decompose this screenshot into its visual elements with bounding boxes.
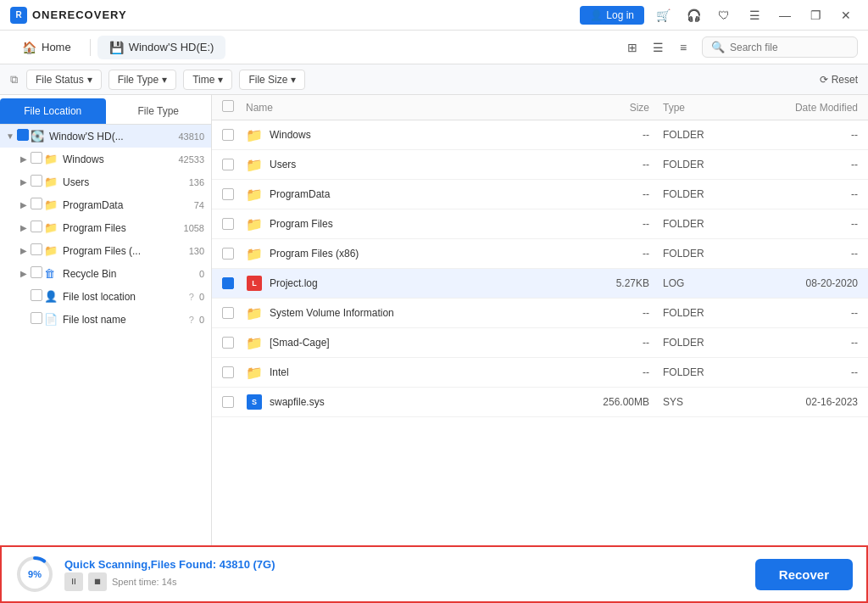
row-checkbox[interactable] [222, 129, 246, 141]
headset-icon[interactable]: 🎧 [682, 3, 705, 27]
row-checkbox[interactable] [222, 159, 246, 170]
time-filter[interactable]: Time ▾ [183, 70, 232, 90]
row-checkbox[interactable] [222, 188, 246, 200]
cart-icon[interactable]: 🛒 [651, 3, 675, 27]
recover-button[interactable]: Recover [755, 559, 853, 590]
row-size: -- [578, 337, 663, 349]
row-name: S swapfile.sys [246, 394, 578, 410]
drive-tab[interactable]: 💾 Window'S HD(E:) [97, 36, 226, 59]
restore-button[interactable]: ❐ [804, 3, 827, 27]
grid-view-button[interactable]: ⊞ [620, 36, 644, 59]
detail-view-button[interactable]: ≡ [671, 36, 695, 59]
filterbar-left: ⧉ File Status ▾ File Type ▾ Time ▾ File … [10, 70, 309, 90]
sidebar-item-programfiles[interactable]: ▶ 📁 Program Files 1058 [0, 216, 211, 239]
row-checkbox[interactable] [222, 248, 246, 260]
expand-arrow-icon: ▶ [17, 154, 31, 164]
folder-icon: 📁 [44, 153, 59, 165]
view-icons: ⊞ ☰ ≡ [620, 36, 695, 59]
row-checkbox[interactable] [222, 396, 246, 408]
sidebar-item-count: 0 [199, 315, 204, 325]
row-checkbox[interactable] [222, 337, 246, 349]
login-button[interactable]: 👤 Log in [580, 6, 644, 25]
sys-file-icon: S [246, 394, 263, 410]
reset-button[interactable]: ⟳ Reset [820, 74, 858, 86]
sidebar-checkbox[interactable] [17, 129, 31, 143]
sidebar-tab-type[interactable]: File Type [106, 98, 212, 124]
row-checkbox[interactable] [222, 277, 246, 289]
chevron-down-icon: ▾ [291, 74, 296, 86]
row-date: -- [748, 337, 858, 349]
sidebar-item-file-lost-location[interactable]: 👤 File lost location ? 0 [0, 285, 211, 308]
sidebar-checkbox[interactable] [31, 289, 44, 304]
navbar-right: ⊞ ☰ ≡ 🔍 [620, 36, 858, 59]
row-checkbox[interactable] [222, 366, 246, 378]
shield-icon[interactable]: 🛡 [712, 3, 736, 27]
sidebar-item-programdata[interactable]: ▶ 📁 ProgramData 74 [0, 193, 211, 216]
table-row[interactable]: 📁 Program Files (x86) -- FOLDER -- [212, 239, 868, 269]
sidebar-checkbox[interactable] [31, 221, 44, 235]
drive-label: Window'S HD(E:) [129, 41, 214, 53]
statusbar-left: 9% Quick Scanning,Files Found: 43810 (7G… [15, 555, 275, 594]
sidebar: File Location File Type ▼ 💽 Window'S HD(… [0, 95, 212, 545]
chevron-down-icon: ▾ [218, 74, 223, 86]
file-type-filter[interactable]: File Type ▾ [108, 70, 176, 90]
drive-icon: 💾 [109, 41, 124, 54]
expand-arrow-icon: ▶ [17, 177, 31, 187]
progress-label: 9% [28, 569, 42, 579]
sidebar-item-count: 1058 [184, 223, 204, 233]
filter-icon: ⧉ [10, 73, 18, 87]
table-row[interactable]: S swapfile.sys 256.00MB SYS 02-16-2023 [212, 388, 868, 417]
titlebar: R ONERECOVERY 👤 Log in 🛒 🎧 🛡 ☰ — ❐ ✕ [0, 0, 868, 31]
home-icon: 🏠 [22, 41, 36, 54]
table-row[interactable]: 📁 [Smad-Cage] -- FOLDER -- [212, 328, 868, 358]
sidebar-item-file-lost-name[interactable]: 📄 File lost name ? 0 [0, 308, 211, 331]
close-button[interactable]: ✕ [834, 3, 858, 27]
pause-button[interactable]: ⏸ [64, 572, 83, 591]
sidebar-tab-location[interactable]: File Location [0, 98, 106, 124]
stop-button[interactable]: ⏹ [88, 572, 107, 591]
home-label: Home [42, 41, 71, 53]
sidebar-checkbox[interactable] [31, 152, 44, 166]
home-tab[interactable]: 🏠 Home [10, 36, 83, 59]
row-checkbox[interactable] [222, 218, 246, 230]
header-name: Name [246, 102, 578, 114]
sidebar-checkbox[interactable] [31, 312, 44, 327]
table-row[interactable]: 📁 Program Files -- FOLDER -- [212, 209, 868, 239]
sidebar-item-programfilesx86[interactable]: ▶ 📁 Program Files (... 130 [0, 239, 211, 262]
minimize-button[interactable]: — [773, 3, 797, 27]
table-row[interactable]: 📁 Intel -- FOLDER -- [212, 358, 868, 388]
row-date: -- [748, 307, 858, 319]
sidebar-checkbox[interactable] [31, 175, 44, 189]
sidebar-checkbox[interactable] [31, 198, 44, 212]
folder-icon: 📁 [246, 215, 263, 232]
table-row[interactable]: 📁 Windows -- FOLDER -- [212, 120, 868, 150]
table-row[interactable]: 📁 Users -- FOLDER -- [212, 150, 868, 180]
list-view-button[interactable]: ☰ [646, 36, 670, 59]
menu-icon[interactable]: ☰ [743, 3, 766, 27]
header-checkbox[interactable] [222, 100, 246, 114]
table-row[interactable]: L Project.log 5.27KB LOG 08-20-2020 [212, 269, 868, 299]
row-checkbox[interactable] [222, 307, 246, 319]
file-size-filter[interactable]: File Size ▾ [239, 70, 305, 90]
sidebar-item-windows[interactable]: ▶ 📁 Windows 42533 [0, 148, 211, 170]
sidebar-item-users[interactable]: ▶ 📁 Users 136 [0, 170, 211, 193]
sidebar-item-hd[interactable]: ▼ 💽 Window'S HD(... 43810 [0, 125, 211, 148]
table-row[interactable]: 📁 ProgramData -- FOLDER -- [212, 180, 868, 209]
row-type: FOLDER [663, 188, 748, 200]
row-size: -- [578, 248, 663, 260]
row-size: -- [578, 188, 663, 200]
header-type: Type [663, 102, 748, 114]
header-size: Size [578, 102, 663, 114]
row-date: 08-20-2020 [748, 277, 858, 289]
row-type: FOLDER [663, 366, 748, 378]
row-type: FOLDER [663, 218, 748, 230]
search-input[interactable] [730, 42, 849, 53]
file-status-filter[interactable]: File Status ▾ [26, 70, 102, 90]
row-size: 5.27KB [578, 277, 663, 289]
chevron-down-icon: ▾ [87, 74, 92, 86]
sidebar-item-recycle-bin[interactable]: ▶ 🗑 Recycle Bin 0 [0, 262, 211, 285]
sidebar-checkbox[interactable] [31, 266, 44, 281]
table-row[interactable]: 📁 System Volume Information -- FOLDER -- [212, 299, 868, 328]
sidebar-checkbox[interactable] [31, 243, 44, 258]
row-size: -- [578, 159, 663, 170]
